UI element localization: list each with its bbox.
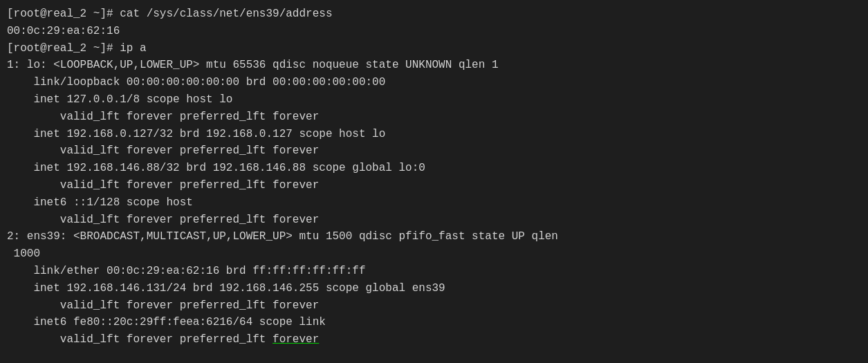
line-17: inet 192.168.146.131/24 brd 192.168.146.… (7, 280, 861, 297)
line-2: 00:0c:29:ea:62:16 (7, 23, 861, 40)
line-14: 2: ens39: <BROADCAST,MULTICAST,UP,LOWER_… (7, 228, 861, 245)
line-1: [root@real_2 ~]# cat /sys/class/net/ens3… (7, 6, 861, 23)
line-10: inet 192.168.146.88/32 brd 192.168.146.8… (7, 160, 861, 177)
line-3: [root@real_2 ~]# ip a (7, 40, 861, 57)
line-6: inet 127.0.0.1/8 scope host lo (7, 91, 861, 109)
terminal-window: [root@real_2 ~]# cat /sys/class/net/ens3… (0, 0, 868, 363)
line-9: valid_lft forever preferred_lft forever (7, 142, 861, 160)
line-12: inet6 ::1/128 scope host (7, 194, 861, 212)
line-11: valid_lft forever preferred_lft forever (7, 177, 861, 194)
line-5: link/loopback 00:00:00:00:00:00 brd 00:0… (7, 74, 861, 91)
line-13: valid_lft forever preferred_lft forever (7, 212, 861, 229)
line-18: valid_lft forever preferred_lft forever (7, 297, 861, 315)
line-15: 1000 (7, 245, 861, 263)
line-20: valid_lft forever preferred_lft forever (7, 331, 861, 348)
line-19: inet6 fe80::20c:29ff:feea:6216/64 scope … (7, 314, 861, 331)
line-4: 1: lo: <LOOPBACK,UP,LOWER_UP> mtu 65536 … (7, 57, 861, 74)
line-16: link/ether 00:0c:29:ea:62:16 brd ff:ff:f… (7, 263, 861, 280)
line-7: valid_lft forever preferred_lft forever (7, 109, 861, 126)
line-8: inet 192.168.0.127/32 brd 192.168.0.127 … (7, 126, 861, 143)
